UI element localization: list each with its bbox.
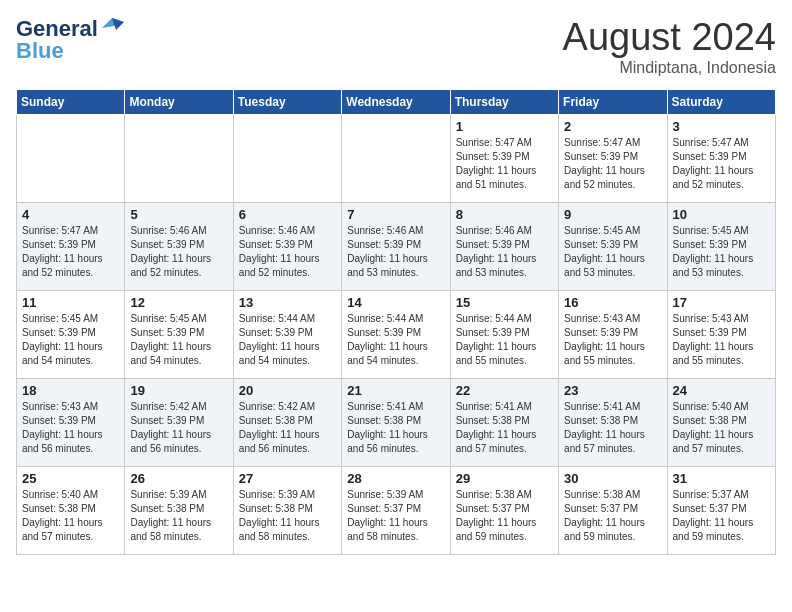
table-row: 29Sunrise: 5:38 AM Sunset: 5:37 PM Dayli… <box>450 467 558 555</box>
day-info: Sunrise: 5:41 AM Sunset: 5:38 PM Dayligh… <box>564 400 661 456</box>
table-row: 10Sunrise: 5:45 AM Sunset: 5:39 PM Dayli… <box>667 203 775 291</box>
day-number: 12 <box>130 295 227 310</box>
table-row: 7Sunrise: 5:46 AM Sunset: 5:39 PM Daylig… <box>342 203 450 291</box>
day-number: 14 <box>347 295 444 310</box>
col-monday: Monday <box>125 90 233 115</box>
table-row: 14Sunrise: 5:44 AM Sunset: 5:39 PM Dayli… <box>342 291 450 379</box>
day-info: Sunrise: 5:41 AM Sunset: 5:38 PM Dayligh… <box>347 400 444 456</box>
table-row <box>342 115 450 203</box>
day-info: Sunrise: 5:40 AM Sunset: 5:38 PM Dayligh… <box>22 488 119 544</box>
day-number: 16 <box>564 295 661 310</box>
day-number: 15 <box>456 295 553 310</box>
table-row: 25Sunrise: 5:40 AM Sunset: 5:38 PM Dayli… <box>17 467 125 555</box>
table-row: 12Sunrise: 5:45 AM Sunset: 5:39 PM Dayli… <box>125 291 233 379</box>
table-row: 11Sunrise: 5:45 AM Sunset: 5:39 PM Dayli… <box>17 291 125 379</box>
col-thursday: Thursday <box>450 90 558 115</box>
month-year-title: August 2024 <box>563 16 776 59</box>
day-number: 6 <box>239 207 336 222</box>
day-number: 19 <box>130 383 227 398</box>
table-row: 21Sunrise: 5:41 AM Sunset: 5:38 PM Dayli… <box>342 379 450 467</box>
calendar-week-row: 11Sunrise: 5:45 AM Sunset: 5:39 PM Dayli… <box>17 291 776 379</box>
table-row: 4Sunrise: 5:47 AM Sunset: 5:39 PM Daylig… <box>17 203 125 291</box>
day-info: Sunrise: 5:41 AM Sunset: 5:38 PM Dayligh… <box>456 400 553 456</box>
day-info: Sunrise: 5:43 AM Sunset: 5:39 PM Dayligh… <box>22 400 119 456</box>
calendar-header-row: Sunday Monday Tuesday Wednesday Thursday… <box>17 90 776 115</box>
day-number: 24 <box>673 383 770 398</box>
location-subtitle: Mindiptana, Indonesia <box>563 59 776 77</box>
table-row: 31Sunrise: 5:37 AM Sunset: 5:37 PM Dayli… <box>667 467 775 555</box>
day-info: Sunrise: 5:47 AM Sunset: 5:39 PM Dayligh… <box>564 136 661 192</box>
col-saturday: Saturday <box>667 90 775 115</box>
table-row: 1Sunrise: 5:47 AM Sunset: 5:39 PM Daylig… <box>450 115 558 203</box>
calendar-week-row: 1Sunrise: 5:47 AM Sunset: 5:39 PM Daylig… <box>17 115 776 203</box>
day-info: Sunrise: 5:37 AM Sunset: 5:37 PM Dayligh… <box>673 488 770 544</box>
table-row: 24Sunrise: 5:40 AM Sunset: 5:38 PM Dayli… <box>667 379 775 467</box>
day-number: 8 <box>456 207 553 222</box>
day-number: 26 <box>130 471 227 486</box>
day-info: Sunrise: 5:46 AM Sunset: 5:39 PM Dayligh… <box>239 224 336 280</box>
table-row: 13Sunrise: 5:44 AM Sunset: 5:39 PM Dayli… <box>233 291 341 379</box>
day-info: Sunrise: 5:47 AM Sunset: 5:39 PM Dayligh… <box>456 136 553 192</box>
table-row: 23Sunrise: 5:41 AM Sunset: 5:38 PM Dayli… <box>559 379 667 467</box>
day-info: Sunrise: 5:46 AM Sunset: 5:39 PM Dayligh… <box>456 224 553 280</box>
calendar-week-row: 18Sunrise: 5:43 AM Sunset: 5:39 PM Dayli… <box>17 379 776 467</box>
day-info: Sunrise: 5:42 AM Sunset: 5:38 PM Dayligh… <box>239 400 336 456</box>
table-row: 6Sunrise: 5:46 AM Sunset: 5:39 PM Daylig… <box>233 203 341 291</box>
logo: General Blue <box>16 16 124 64</box>
day-number: 30 <box>564 471 661 486</box>
table-row: 3Sunrise: 5:47 AM Sunset: 5:39 PM Daylig… <box>667 115 775 203</box>
day-info: Sunrise: 5:46 AM Sunset: 5:39 PM Dayligh… <box>347 224 444 280</box>
day-number: 7 <box>347 207 444 222</box>
day-info: Sunrise: 5:44 AM Sunset: 5:39 PM Dayligh… <box>239 312 336 368</box>
day-info: Sunrise: 5:46 AM Sunset: 5:39 PM Dayligh… <box>130 224 227 280</box>
day-info: Sunrise: 5:38 AM Sunset: 5:37 PM Dayligh… <box>564 488 661 544</box>
table-row: 16Sunrise: 5:43 AM Sunset: 5:39 PM Dayli… <box>559 291 667 379</box>
day-info: Sunrise: 5:45 AM Sunset: 5:39 PM Dayligh… <box>130 312 227 368</box>
table-row: 18Sunrise: 5:43 AM Sunset: 5:39 PM Dayli… <box>17 379 125 467</box>
day-info: Sunrise: 5:47 AM Sunset: 5:39 PM Dayligh… <box>22 224 119 280</box>
table-row: 17Sunrise: 5:43 AM Sunset: 5:39 PM Dayli… <box>667 291 775 379</box>
day-info: Sunrise: 5:39 AM Sunset: 5:38 PM Dayligh… <box>239 488 336 544</box>
table-row: 30Sunrise: 5:38 AM Sunset: 5:37 PM Dayli… <box>559 467 667 555</box>
day-number: 2 <box>564 119 661 134</box>
logo-blue-text: Blue <box>16 38 64 64</box>
day-number: 5 <box>130 207 227 222</box>
day-number: 10 <box>673 207 770 222</box>
table-row <box>233 115 341 203</box>
day-info: Sunrise: 5:39 AM Sunset: 5:37 PM Dayligh… <box>347 488 444 544</box>
day-number: 20 <box>239 383 336 398</box>
table-row: 5Sunrise: 5:46 AM Sunset: 5:39 PM Daylig… <box>125 203 233 291</box>
day-number: 29 <box>456 471 553 486</box>
table-row: 15Sunrise: 5:44 AM Sunset: 5:39 PM Dayli… <box>450 291 558 379</box>
table-row: 27Sunrise: 5:39 AM Sunset: 5:38 PM Dayli… <box>233 467 341 555</box>
col-wednesday: Wednesday <box>342 90 450 115</box>
day-number: 11 <box>22 295 119 310</box>
day-info: Sunrise: 5:39 AM Sunset: 5:38 PM Dayligh… <box>130 488 227 544</box>
day-info: Sunrise: 5:44 AM Sunset: 5:39 PM Dayligh… <box>347 312 444 368</box>
col-sunday: Sunday <box>17 90 125 115</box>
day-info: Sunrise: 5:45 AM Sunset: 5:39 PM Dayligh… <box>564 224 661 280</box>
day-info: Sunrise: 5:43 AM Sunset: 5:39 PM Dayligh… <box>564 312 661 368</box>
day-number: 18 <box>22 383 119 398</box>
day-number: 17 <box>673 295 770 310</box>
table-row: 8Sunrise: 5:46 AM Sunset: 5:39 PM Daylig… <box>450 203 558 291</box>
table-row <box>125 115 233 203</box>
logo-bird-icon <box>102 18 124 36</box>
table-row: 9Sunrise: 5:45 AM Sunset: 5:39 PM Daylig… <box>559 203 667 291</box>
day-info: Sunrise: 5:47 AM Sunset: 5:39 PM Dayligh… <box>673 136 770 192</box>
title-area: August 2024 Mindiptana, Indonesia <box>563 16 776 77</box>
day-info: Sunrise: 5:40 AM Sunset: 5:38 PM Dayligh… <box>673 400 770 456</box>
day-number: 4 <box>22 207 119 222</box>
calendar-week-row: 4Sunrise: 5:47 AM Sunset: 5:39 PM Daylig… <box>17 203 776 291</box>
day-number: 13 <box>239 295 336 310</box>
day-number: 23 <box>564 383 661 398</box>
day-number: 31 <box>673 471 770 486</box>
table-row: 20Sunrise: 5:42 AM Sunset: 5:38 PM Dayli… <box>233 379 341 467</box>
table-row: 2Sunrise: 5:47 AM Sunset: 5:39 PM Daylig… <box>559 115 667 203</box>
table-row: 19Sunrise: 5:42 AM Sunset: 5:39 PM Dayli… <box>125 379 233 467</box>
col-friday: Friday <box>559 90 667 115</box>
day-number: 22 <box>456 383 553 398</box>
day-info: Sunrise: 5:44 AM Sunset: 5:39 PM Dayligh… <box>456 312 553 368</box>
day-info: Sunrise: 5:38 AM Sunset: 5:37 PM Dayligh… <box>456 488 553 544</box>
day-number: 21 <box>347 383 444 398</box>
